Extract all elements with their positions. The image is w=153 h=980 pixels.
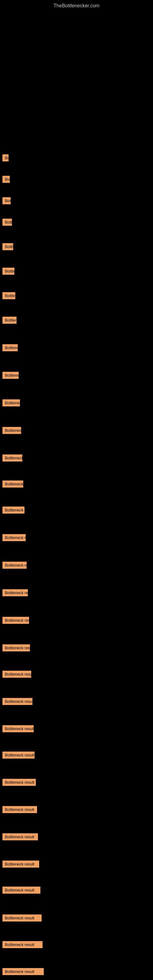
bottleneck-bar: Bottleneck result xyxy=(2,806,37,813)
bottleneck-bar: Bottleneck result xyxy=(2,292,15,299)
bottleneck-bar: Bottleneck result xyxy=(2,671,31,678)
list-item: Bottleneck result xyxy=(1,398,20,409)
list-item: Bottleneck result xyxy=(1,750,35,762)
bottleneck-bar: Bottleneck result xyxy=(2,427,21,434)
bottleneck-bar: Bottleneck result xyxy=(2,915,41,921)
list-item: Bottleneck result xyxy=(1,479,23,491)
list-item: Bottleneck result xyxy=(1,669,31,681)
list-item: Bottleneck result xyxy=(1,804,37,816)
list-item: Bottleneck result xyxy=(1,966,44,978)
list-item: Bottleneck result xyxy=(1,315,16,327)
list-item: Bottleneck result xyxy=(1,505,24,517)
list-item: Bottleneck result xyxy=(1,342,18,354)
site-title: TheBottlenecker.com xyxy=(0,0,153,12)
bottleneck-bar: Bottleneck result xyxy=(2,589,28,596)
list-item: Bottleneck result xyxy=(1,696,32,708)
list-item: Bottleneck result xyxy=(1,723,33,735)
list-item: Bottleneck result xyxy=(1,913,41,924)
bottleneck-bar: Bottleneck result xyxy=(2,154,9,161)
bottleneck-bar: Bottleneck result xyxy=(2,480,23,488)
list-item: Bottleneck result xyxy=(1,241,13,253)
bottleneck-bar: Bottleneck result xyxy=(2,617,29,624)
bottleneck-bar: Bottleneck result xyxy=(2,861,39,868)
bottleneck-bar: Bottleneck result xyxy=(2,344,18,351)
bottleneck-bar: Bottleneck result xyxy=(2,176,10,183)
bottleneck-bar: Bottleneck result xyxy=(2,833,38,840)
bottleneck-bar: Bottleneck result xyxy=(2,725,33,732)
bottleneck-bar: Bottleneck result xyxy=(2,506,24,514)
bottleneck-bar: Bottleneck result xyxy=(2,779,36,786)
list-item: Bottleneck result xyxy=(1,643,30,654)
list-item: Bottleneck result xyxy=(1,266,14,278)
list-item: Bottleneck result xyxy=(1,532,26,544)
bottleneck-bar: Bottleneck result xyxy=(2,968,44,975)
list-item: Bottleneck result xyxy=(1,777,36,789)
list-item: Bottleneck result xyxy=(1,153,9,164)
list-item: Bottleneck result xyxy=(1,425,21,437)
bottleneck-bar: Bottleneck result xyxy=(2,243,13,250)
list-item: Bottleneck result xyxy=(1,217,12,229)
list-item: Bottleneck result xyxy=(1,939,43,951)
bottleneck-bar: Bottleneck result xyxy=(2,886,40,894)
list-item: Bottleneck result xyxy=(1,196,11,207)
list-item: Bottleneck result xyxy=(1,587,28,599)
list-item: Bottleneck result xyxy=(1,560,27,572)
list-item: Bottleneck result xyxy=(1,615,29,627)
bottleneck-bar: Bottleneck result xyxy=(2,219,12,226)
bottleneck-bar: Bottleneck result xyxy=(2,698,32,705)
bottleneck-bar: Bottleneck result xyxy=(2,751,35,759)
bottleneck-bar: Bottleneck result xyxy=(2,562,27,569)
list-item: Bottleneck result xyxy=(1,453,22,465)
list-item: Bottleneck result xyxy=(1,859,39,871)
list-item: Bottleneck result xyxy=(1,370,19,382)
bottleneck-bar: Bottleneck result xyxy=(2,455,22,461)
bottleneck-bar: Bottleneck result xyxy=(2,268,14,275)
list-item: Bottleneck result xyxy=(1,290,15,302)
bottleneck-bar: Bottleneck result xyxy=(2,941,43,948)
bottleneck-bar: Bottleneck result xyxy=(2,534,26,541)
list-item: Bottleneck result xyxy=(1,832,38,843)
bottleneck-bar: Bottleneck result xyxy=(2,644,30,651)
bottleneck-bar: Bottleneck result xyxy=(2,399,20,406)
bottleneck-bar: Bottleneck result xyxy=(2,197,11,204)
list-item: Bottleneck result xyxy=(1,174,10,186)
list-item: Bottleneck result xyxy=(1,885,40,897)
bottleneck-bar: Bottleneck result xyxy=(2,372,19,379)
bottleneck-bar: Bottleneck result xyxy=(2,317,16,324)
